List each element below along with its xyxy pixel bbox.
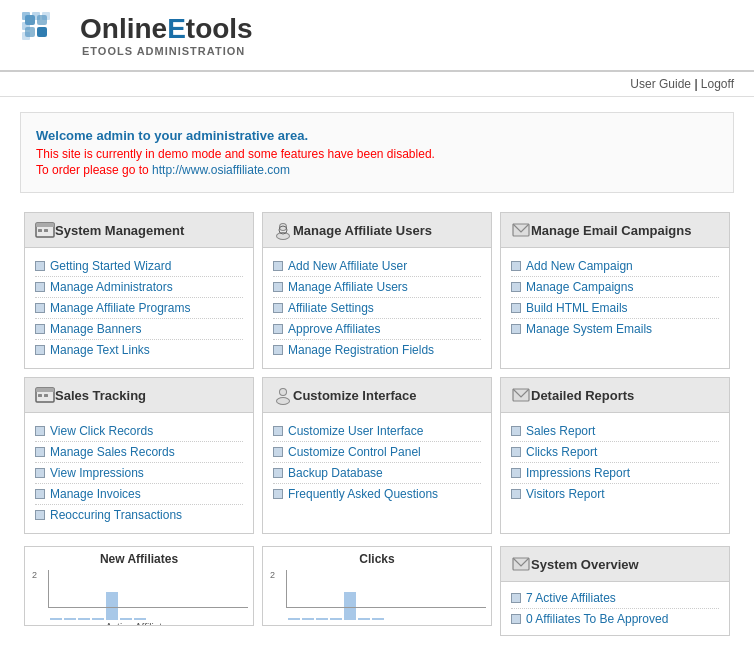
- user-guide-link[interactable]: User Guide: [630, 77, 691, 91]
- list-item[interactable]: Add New Campaign: [511, 256, 719, 277]
- list-item[interactable]: Sales Report: [511, 421, 719, 442]
- panel-manage-affiliate-users: Manage Affiliate Users Add New Affiliate…: [262, 212, 492, 369]
- svg-rect-8: [22, 32, 30, 40]
- list-item[interactable]: Manage System Emails: [511, 319, 719, 339]
- bullet-icon: [273, 345, 283, 355]
- welcome-title: Welcome admin to your administrative are…: [36, 128, 718, 143]
- bullet-icon: [35, 345, 45, 355]
- list-item[interactable]: Approve Affiliates: [273, 319, 481, 340]
- list-item[interactable]: 0 Affiliates To Be Approved: [511, 609, 719, 629]
- list-item[interactable]: Add New Affiliate User: [273, 256, 481, 277]
- bars-affiliates: [48, 582, 146, 620]
- logo-bold: E: [167, 13, 186, 44]
- welcome-order: To order please go to http://www.osiaffi…: [36, 163, 718, 177]
- logo-icon: [20, 10, 70, 60]
- list-item[interactable]: 7 Active Affiliates: [511, 588, 719, 609]
- bullet-icon: [511, 303, 521, 313]
- list-item[interactable]: Manage Campaigns: [511, 277, 719, 298]
- bar: [120, 618, 132, 620]
- reports-icon: [511, 385, 531, 405]
- list-item[interactable]: Visitors Report: [511, 484, 719, 504]
- list-item[interactable]: Reoccuring Transactions: [35, 505, 243, 525]
- list-item[interactable]: Impressions Report: [511, 463, 719, 484]
- list-item[interactable]: Manage Sales Records: [35, 442, 243, 463]
- bullet-icon: [511, 489, 521, 499]
- list-item[interactable]: Manage Registration Fields: [273, 340, 481, 360]
- x-axis-affiliates: [48, 607, 248, 608]
- bullet-icon: [35, 282, 45, 292]
- bullet-icon: [273, 426, 283, 436]
- bullet-icon: [273, 468, 283, 478]
- y-axis-clicks: [286, 570, 287, 608]
- list-item[interactable]: Clicks Report: [511, 442, 719, 463]
- svg-rect-10: [36, 223, 54, 227]
- panel-sales-tracking: Sales Tracking View Click Records Manage…: [24, 377, 254, 534]
- new-affiliates-chart: New Affiliates 2 Active Affiliates: [24, 546, 254, 626]
- bar: [288, 618, 300, 620]
- new-affiliates-title: New Affiliates: [30, 552, 248, 566]
- order-link[interactable]: http://www.osiaffiliate.com: [152, 163, 290, 177]
- y-max-affiliates: 2: [32, 570, 37, 580]
- svg-rect-22: [44, 394, 48, 397]
- sales-icon: [35, 385, 55, 405]
- logoff-link[interactable]: Logoff: [701, 77, 734, 91]
- list-item[interactable]: View Impressions: [35, 463, 243, 484]
- bar: [106, 592, 118, 620]
- bullet-icon: [511, 614, 521, 624]
- bullet-icon: [273, 489, 283, 499]
- bullet-icon: [35, 510, 45, 520]
- svg-rect-7: [22, 22, 30, 30]
- list-item[interactable]: Getting Started Wizard: [35, 256, 243, 277]
- panel-system-management-header: System Management: [25, 213, 253, 248]
- bullet-icon: [511, 593, 521, 603]
- list-item[interactable]: Backup Database: [273, 463, 481, 484]
- panel-customize-interface-header: Customize Interface: [263, 378, 491, 413]
- list-item[interactable]: Manage Text Links: [35, 340, 243, 360]
- panel-manage-affiliate-users-body: Add New Affiliate User Manage Affiliate …: [263, 248, 491, 368]
- bullet-icon: [35, 468, 45, 478]
- svg-rect-5: [32, 12, 40, 20]
- list-item[interactable]: Customize Control Panel: [273, 442, 481, 463]
- bar: [50, 618, 62, 620]
- list-item[interactable]: Manage Banners: [35, 319, 243, 340]
- svg-point-26: [277, 398, 289, 404]
- panel-manage-email-campaigns: Manage Email Campaigns Add New Campaign …: [500, 212, 730, 369]
- panel-system-management: System Management Getting Started Wizard…: [24, 212, 254, 369]
- panel-system-management-title: System Management: [55, 223, 184, 238]
- list-item[interactable]: Affiliate Settings: [273, 298, 481, 319]
- system-overview-icon: [511, 554, 531, 574]
- svg-rect-12: [44, 229, 48, 232]
- list-item[interactable]: Customize User Interface: [273, 421, 481, 442]
- list-item[interactable]: Frequently Asked Questions: [273, 484, 481, 504]
- list-item[interactable]: Manage Affiliate Programs: [35, 298, 243, 319]
- bars-clicks: [286, 582, 384, 620]
- list-item[interactable]: Build HTML Emails: [511, 298, 719, 319]
- list-item[interactable]: Manage Affiliate Users: [273, 277, 481, 298]
- bullet-icon: [511, 468, 521, 478]
- x-axis-clicks: [286, 607, 486, 608]
- svg-rect-21: [38, 394, 42, 397]
- bullet-icon: [35, 324, 45, 334]
- person-icon: [273, 220, 293, 240]
- bar: [78, 618, 90, 620]
- list-item[interactable]: View Click Records: [35, 421, 243, 442]
- clicks-title: Clicks: [268, 552, 486, 566]
- bar: [302, 618, 314, 620]
- system-overview-title: System Overview: [531, 557, 639, 572]
- svg-rect-20: [36, 388, 54, 392]
- panel-customize-interface-body: Customize User Interface Customize Contr…: [263, 413, 491, 512]
- svg-point-25: [280, 389, 286, 395]
- panel-customize-interface: Customize Interface Customize User Inter…: [262, 377, 492, 534]
- list-item[interactable]: Manage Administrators: [35, 277, 243, 298]
- bar: [344, 592, 356, 620]
- panel-manage-email-campaigns-body: Add New Campaign Manage Campaigns Build …: [501, 248, 729, 347]
- bullet-icon: [511, 324, 521, 334]
- bar: [134, 618, 146, 620]
- list-item[interactable]: Manage Invoices: [35, 484, 243, 505]
- welcome-box: Welcome admin to your administrative are…: [20, 112, 734, 193]
- welcome-warning: This site is currently in demo mode and …: [36, 147, 718, 161]
- panel-manage-email-campaigns-header: Manage Email Campaigns: [501, 213, 729, 248]
- panel-sales-tracking-body: View Click Records Manage Sales Records …: [25, 413, 253, 533]
- panel-manage-affiliate-users-header: Manage Affiliate Users: [263, 213, 491, 248]
- active-affiliates-label: Active Affiliates: [30, 622, 248, 626]
